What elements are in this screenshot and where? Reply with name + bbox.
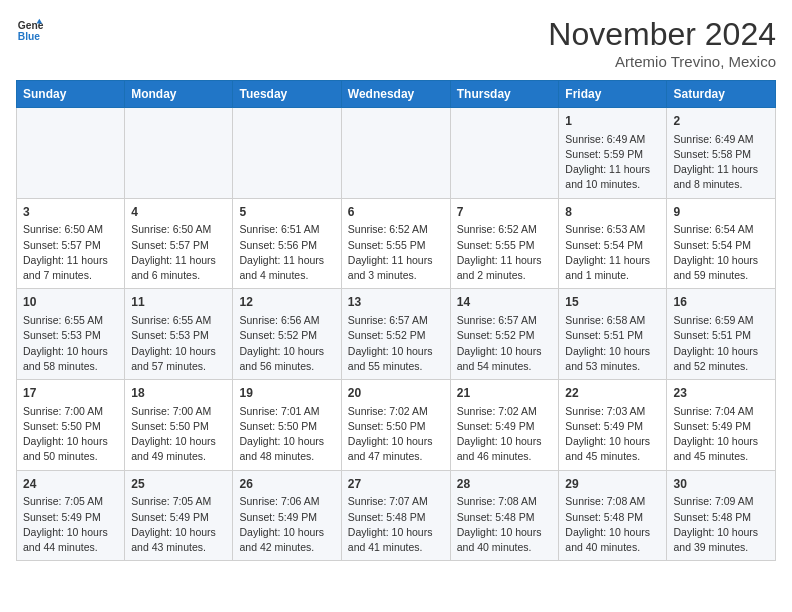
day-info: Sunrise: 7:00 AM Sunset: 5:50 PM Dayligh… xyxy=(131,404,226,465)
day-info: Sunrise: 6:49 AM Sunset: 5:59 PM Dayligh… xyxy=(565,132,660,193)
day-info: Sunrise: 7:08 AM Sunset: 5:48 PM Dayligh… xyxy=(457,494,553,555)
calendar-cell: 29Sunrise: 7:08 AM Sunset: 5:48 PM Dayli… xyxy=(559,470,667,561)
day-info: Sunrise: 6:59 AM Sunset: 5:51 PM Dayligh… xyxy=(673,313,769,374)
day-number: 22 xyxy=(565,385,660,402)
day-number: 12 xyxy=(239,294,334,311)
calendar-row: 3Sunrise: 6:50 AM Sunset: 5:57 PM Daylig… xyxy=(17,198,776,289)
calendar-cell: 8Sunrise: 6:53 AM Sunset: 5:54 PM Daylig… xyxy=(559,198,667,289)
calendar-cell: 25Sunrise: 7:05 AM Sunset: 5:49 PM Dayli… xyxy=(125,470,233,561)
weekday-header: Saturday xyxy=(667,81,776,108)
logo: General Blue xyxy=(16,16,44,44)
day-number: 30 xyxy=(673,476,769,493)
calendar-cell: 16Sunrise: 6:59 AM Sunset: 5:51 PM Dayli… xyxy=(667,289,776,380)
calendar-cell xyxy=(125,108,233,199)
day-number: 20 xyxy=(348,385,444,402)
day-number: 5 xyxy=(239,204,334,221)
day-number: 7 xyxy=(457,204,553,221)
calendar-cell: 12Sunrise: 6:56 AM Sunset: 5:52 PM Dayli… xyxy=(233,289,341,380)
day-number: 13 xyxy=(348,294,444,311)
page-header: General Blue November 2024 Artemio Trevi… xyxy=(16,16,776,70)
day-number: 17 xyxy=(23,385,118,402)
month-title: November 2024 xyxy=(548,16,776,53)
day-info: Sunrise: 7:03 AM Sunset: 5:49 PM Dayligh… xyxy=(565,404,660,465)
day-number: 8 xyxy=(565,204,660,221)
day-number: 28 xyxy=(457,476,553,493)
weekday-header: Sunday xyxy=(17,81,125,108)
day-info: Sunrise: 7:01 AM Sunset: 5:50 PM Dayligh… xyxy=(239,404,334,465)
day-number: 21 xyxy=(457,385,553,402)
day-number: 2 xyxy=(673,113,769,130)
day-number: 29 xyxy=(565,476,660,493)
calendar-cell: 13Sunrise: 6:57 AM Sunset: 5:52 PM Dayli… xyxy=(341,289,450,380)
day-info: Sunrise: 7:06 AM Sunset: 5:49 PM Dayligh… xyxy=(239,494,334,555)
day-number: 6 xyxy=(348,204,444,221)
calendar-cell: 3Sunrise: 6:50 AM Sunset: 5:57 PM Daylig… xyxy=(17,198,125,289)
calendar-cell: 27Sunrise: 7:07 AM Sunset: 5:48 PM Dayli… xyxy=(341,470,450,561)
day-info: Sunrise: 7:00 AM Sunset: 5:50 PM Dayligh… xyxy=(23,404,118,465)
day-info: Sunrise: 7:08 AM Sunset: 5:48 PM Dayligh… xyxy=(565,494,660,555)
day-info: Sunrise: 6:53 AM Sunset: 5:54 PM Dayligh… xyxy=(565,222,660,283)
calendar-cell xyxy=(341,108,450,199)
day-info: Sunrise: 6:50 AM Sunset: 5:57 PM Dayligh… xyxy=(131,222,226,283)
day-info: Sunrise: 6:57 AM Sunset: 5:52 PM Dayligh… xyxy=(457,313,553,374)
calendar-cell: 6Sunrise: 6:52 AM Sunset: 5:55 PM Daylig… xyxy=(341,198,450,289)
calendar-cell xyxy=(17,108,125,199)
day-number: 10 xyxy=(23,294,118,311)
day-info: Sunrise: 6:52 AM Sunset: 5:55 PM Dayligh… xyxy=(457,222,553,283)
weekday-header-row: SundayMondayTuesdayWednesdayThursdayFrid… xyxy=(17,81,776,108)
day-number: 19 xyxy=(239,385,334,402)
calendar-cell: 18Sunrise: 7:00 AM Sunset: 5:50 PM Dayli… xyxy=(125,380,233,471)
calendar-row: 1Sunrise: 6:49 AM Sunset: 5:59 PM Daylig… xyxy=(17,108,776,199)
calendar-cell xyxy=(450,108,559,199)
day-number: 15 xyxy=(565,294,660,311)
day-info: Sunrise: 7:05 AM Sunset: 5:49 PM Dayligh… xyxy=(23,494,118,555)
calendar-cell: 19Sunrise: 7:01 AM Sunset: 5:50 PM Dayli… xyxy=(233,380,341,471)
calendar-cell: 11Sunrise: 6:55 AM Sunset: 5:53 PM Dayli… xyxy=(125,289,233,380)
day-number: 9 xyxy=(673,204,769,221)
calendar-cell: 28Sunrise: 7:08 AM Sunset: 5:48 PM Dayli… xyxy=(450,470,559,561)
calendar-row: 17Sunrise: 7:00 AM Sunset: 5:50 PM Dayli… xyxy=(17,380,776,471)
calendar-cell: 26Sunrise: 7:06 AM Sunset: 5:49 PM Dayli… xyxy=(233,470,341,561)
day-info: Sunrise: 6:54 AM Sunset: 5:54 PM Dayligh… xyxy=(673,222,769,283)
day-info: Sunrise: 6:57 AM Sunset: 5:52 PM Dayligh… xyxy=(348,313,444,374)
calendar-cell: 23Sunrise: 7:04 AM Sunset: 5:49 PM Dayli… xyxy=(667,380,776,471)
calendar-cell: 22Sunrise: 7:03 AM Sunset: 5:49 PM Dayli… xyxy=(559,380,667,471)
day-number: 1 xyxy=(565,113,660,130)
day-info: Sunrise: 6:55 AM Sunset: 5:53 PM Dayligh… xyxy=(23,313,118,374)
day-number: 25 xyxy=(131,476,226,493)
day-number: 27 xyxy=(348,476,444,493)
calendar-cell: 1Sunrise: 6:49 AM Sunset: 5:59 PM Daylig… xyxy=(559,108,667,199)
weekday-header: Thursday xyxy=(450,81,559,108)
calendar-cell: 10Sunrise: 6:55 AM Sunset: 5:53 PM Dayli… xyxy=(17,289,125,380)
day-info: Sunrise: 7:02 AM Sunset: 5:50 PM Dayligh… xyxy=(348,404,444,465)
calendar-cell: 2Sunrise: 6:49 AM Sunset: 5:58 PM Daylig… xyxy=(667,108,776,199)
day-number: 16 xyxy=(673,294,769,311)
calendar-cell: 30Sunrise: 7:09 AM Sunset: 5:48 PM Dayli… xyxy=(667,470,776,561)
calendar-cell: 9Sunrise: 6:54 AM Sunset: 5:54 PM Daylig… xyxy=(667,198,776,289)
calendar-row: 24Sunrise: 7:05 AM Sunset: 5:49 PM Dayli… xyxy=(17,470,776,561)
weekday-header: Monday xyxy=(125,81,233,108)
day-number: 18 xyxy=(131,385,226,402)
calendar-cell: 14Sunrise: 6:57 AM Sunset: 5:52 PM Dayli… xyxy=(450,289,559,380)
svg-text:Blue: Blue xyxy=(18,31,41,42)
calendar-cell: 4Sunrise: 6:50 AM Sunset: 5:57 PM Daylig… xyxy=(125,198,233,289)
calendar-cell: 21Sunrise: 7:02 AM Sunset: 5:49 PM Dayli… xyxy=(450,380,559,471)
calendar-row: 10Sunrise: 6:55 AM Sunset: 5:53 PM Dayli… xyxy=(17,289,776,380)
calendar-cell: 15Sunrise: 6:58 AM Sunset: 5:51 PM Dayli… xyxy=(559,289,667,380)
calendar-cell xyxy=(233,108,341,199)
day-number: 11 xyxy=(131,294,226,311)
location: Artemio Trevino, Mexico xyxy=(548,53,776,70)
day-info: Sunrise: 6:56 AM Sunset: 5:52 PM Dayligh… xyxy=(239,313,334,374)
weekday-header: Tuesday xyxy=(233,81,341,108)
day-info: Sunrise: 7:05 AM Sunset: 5:49 PM Dayligh… xyxy=(131,494,226,555)
day-info: Sunrise: 7:02 AM Sunset: 5:49 PM Dayligh… xyxy=(457,404,553,465)
calendar-cell: 17Sunrise: 7:00 AM Sunset: 5:50 PM Dayli… xyxy=(17,380,125,471)
calendar-cell: 5Sunrise: 6:51 AM Sunset: 5:56 PM Daylig… xyxy=(233,198,341,289)
weekday-header: Wednesday xyxy=(341,81,450,108)
day-info: Sunrise: 7:07 AM Sunset: 5:48 PM Dayligh… xyxy=(348,494,444,555)
day-info: Sunrise: 6:49 AM Sunset: 5:58 PM Dayligh… xyxy=(673,132,769,193)
day-info: Sunrise: 6:51 AM Sunset: 5:56 PM Dayligh… xyxy=(239,222,334,283)
day-number: 26 xyxy=(239,476,334,493)
day-number: 24 xyxy=(23,476,118,493)
calendar-cell: 20Sunrise: 7:02 AM Sunset: 5:50 PM Dayli… xyxy=(341,380,450,471)
